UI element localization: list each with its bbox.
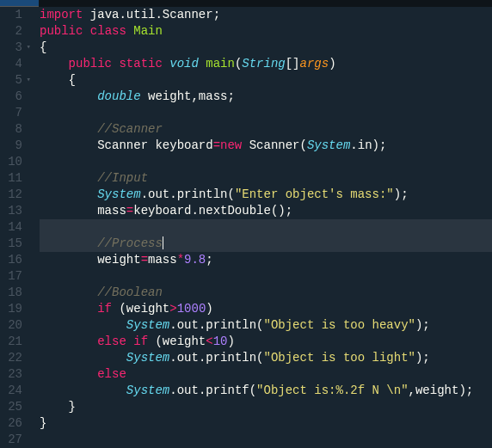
code-line[interactable]: else [40,366,492,383]
code-line[interactable]: { [40,72,492,89]
line-number: 11 [0,170,22,187]
line-number: 25 [0,399,22,415]
line-number-gutter: 1 2 3 4 5 6 7 8 9 10 11 12 13 14 15 16 1… [0,7,28,448]
code-line[interactable]: } [40,415,492,432]
line-number: 22 [0,350,22,366]
code-line[interactable]: //Boolean [40,285,492,301]
line-number: 10 [0,154,22,170]
code-line[interactable]: System.out.println("Enter object's mass:… [40,187,492,203]
line-number: 24 [0,383,22,399]
code-line[interactable]: System.out.println("Object is too light"… [40,350,492,366]
code-area[interactable]: import java.util.Scanner; public class M… [28,7,492,448]
editor-tab[interactable] [0,0,39,7]
code-line[interactable]: } [40,399,492,415]
line-number: 26 [0,415,22,432]
code-line[interactable]: weight=mass*9.8; [40,252,492,268]
line-number: 13 [0,203,22,219]
line-number: 15 [0,236,22,252]
code-line[interactable]: System.out.printf("Object is:%.2f N \n",… [40,383,492,399]
code-line[interactable]: double weight,mass; [40,89,492,105]
line-number: 6 [0,89,22,105]
line-number: 27 [0,432,22,448]
line-number: 21 [0,334,22,350]
line-number: 8 [0,121,22,138]
code-line[interactable]: public static void main(String[]args) [40,56,492,72]
line-number[interactable]: 3 [0,40,22,56]
line-number: 19 [0,301,22,317]
code-line[interactable]: import java.util.Scanner; [40,7,492,23]
line-number: 18 [0,285,22,301]
code-line[interactable]: //Input [40,170,492,187]
line-number: 9 [0,138,22,154]
line-number: 16 [0,252,22,268]
code-line[interactable] [40,219,492,236]
line-number: 2 [0,23,22,40]
line-number: 20 [0,317,22,334]
line-number: 23 [0,366,22,383]
code-line[interactable]: else if (weight<10) [40,334,492,350]
line-number: 4 [0,56,22,72]
code-line[interactable]: System.out.println("Object is too heavy"… [40,317,492,334]
code-line[interactable]: //Scanner [40,121,492,138]
code-line[interactable]: public class Main [40,23,492,40]
code-line[interactable]: { [40,40,492,56]
line-number[interactable]: 5 [0,72,22,89]
code-line[interactable]: if (weight>1000) [40,301,492,317]
line-number: 7 [0,105,22,121]
line-number: 14 [0,219,22,236]
line-number: 12 [0,187,22,203]
code-line[interactable] [40,154,492,170]
line-number: 17 [0,268,22,285]
code-line[interactable]: mass=keyboard.nextDouble(); [40,203,492,219]
code-line[interactable] [40,268,492,285]
code-line[interactable]: Scanner keyboard=new Scanner(System.in); [40,138,492,154]
line-number: 1 [0,7,22,23]
code-editor[interactable]: 1 2 3 4 5 6 7 8 9 10 11 12 13 14 15 16 1… [0,7,492,448]
code-line[interactable] [40,432,492,448]
code-line-active[interactable]: //Process [40,236,492,252]
code-line[interactable] [40,105,492,121]
